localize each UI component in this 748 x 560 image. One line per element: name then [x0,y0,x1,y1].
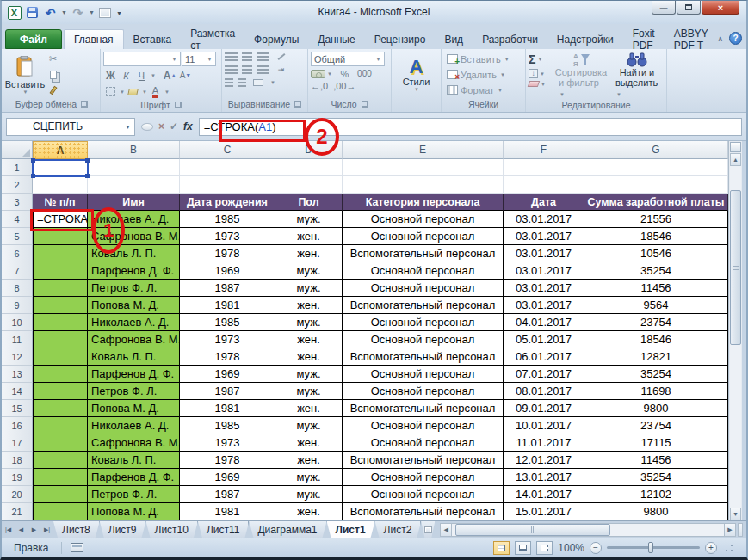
page-layout-view-icon[interactable] [515,541,531,555]
cell-D17[interactable]: жен. [275,434,343,452]
close-button[interactable]: × [702,1,739,15]
cell-G1[interactable] [584,159,728,176]
cell-G19[interactable]: 35254 [584,469,728,486]
cell-A20[interactable] [33,486,88,503]
redo-dropdown-icon[interactable]: ▼ [89,9,95,15]
cell-A2[interactable] [33,176,88,194]
last-sheet-icon[interactable]: ▶| [40,521,53,538]
sort-filter-button[interactable]: А Я Сортировка и фильтр ▼ [553,52,609,100]
cell-B5[interactable]: Сафронова В. М. [88,228,180,245]
cell-G15[interactable]: 9800 [584,400,728,417]
horizontal-scrollbar[interactable]: ◀ ▶ [440,521,746,538]
cell-D19[interactable]: муж. [275,469,343,486]
row-header-16[interactable]: 16 [2,417,33,434]
cell-C8[interactable]: 1987 [180,280,275,297]
grow-font-icon[interactable]: А▲ [163,68,177,83]
format-cells-button[interactable]: Формат▼ [447,83,522,97]
align-center-icon[interactable] [242,65,252,75]
cell-D5[interactable]: жен. [275,228,343,245]
cancel-entry-icon[interactable]: × [158,120,164,132]
shrink-font-icon[interactable]: А▼ [178,68,193,83]
cell-B1[interactable] [88,159,180,176]
excel-logo-icon[interactable]: X [7,5,22,20]
cell-B21[interactable]: Попова М. Д. [88,503,180,520]
scroll-right-icon[interactable]: ▶ [724,523,736,537]
scroll-up-icon[interactable]: ▲ [730,153,741,166]
italic-button[interactable]: К [119,68,133,83]
cell-E6[interactable]: Вспомогательный персонал [343,245,504,262]
save-icon[interactable] [25,5,40,20]
cell-B18[interactable]: Коваль Л. П. [88,452,180,469]
cell-F16[interactable]: 10.01.2017 [504,417,584,434]
column-header-B[interactable]: B [88,141,180,159]
sheet-tab[interactable]: Лист8 [53,521,100,538]
cell-C10[interactable]: 1985 [180,314,275,331]
cut-icon[interactable]: ✂ [46,52,60,66]
cell-A12[interactable] [33,348,88,366]
row-header-21[interactable]: 21 [2,503,33,520]
cell-D10[interactable]: муж. [275,314,343,331]
borders-icon[interactable] [103,84,118,99]
cell-E9[interactable]: Вспомогательный персонал [343,297,504,314]
row-header-15[interactable]: 15 [2,400,33,417]
name-box[interactable]: СЦЕПИТЬ ▼ [6,118,135,136]
underline-dropdown-icon[interactable]: ▼ [151,73,156,78]
cell-D3[interactable]: Пол [275,194,343,211]
ribbon-tab[interactable]: Формулы [244,29,308,49]
zoom-slider-thumb[interactable] [648,542,653,553]
sheet-tab[interactable]: Диаграмма1 [249,521,326,538]
cell-F12[interactable]: 06.01.2017 [504,348,584,366]
cell-B7[interactable]: Парфенов Д. Ф. [88,262,180,280]
cell-E1[interactable] [343,159,504,176]
cell-E3[interactable]: Категория персонала [343,194,504,211]
cell-A10[interactable] [33,314,88,331]
scrollbar-split-handle[interactable] [730,142,741,152]
cell-C11[interactable]: 1973 [180,331,275,348]
cell-G2[interactable] [584,176,728,194]
format-painter-icon[interactable] [46,83,60,97]
column-header-A[interactable]: A [33,141,88,159]
align-top-icon[interactable] [225,52,238,62]
cell-E2[interactable] [343,176,504,194]
cell-F19[interactable]: 13.01.2017 [504,469,584,486]
clipboard-dialog-launcher-icon[interactable] [81,101,88,108]
row-header-12[interactable]: 12 [2,348,33,366]
help-icon[interactable]: ? [729,32,742,45]
cell-C5[interactable]: 1973 [180,228,275,245]
cell-E10[interactable]: Основной персонал [343,314,504,331]
cell-E14[interactable]: Основной персонал [343,383,504,400]
row-header-3[interactable]: 3 [2,194,33,211]
fill-button[interactable]: ↓▼ [529,69,552,78]
cell-E8[interactable]: Основной персонал [343,280,504,297]
cell-B12[interactable]: Коваль Л. П. [88,348,180,366]
cell-B10[interactable]: Николаев А. Д. [88,314,180,331]
sheet-tab[interactable]: Лист11 [198,521,250,538]
row-header-6[interactable]: 6 [2,245,33,262]
cell-B2[interactable] [88,176,180,194]
horizontal-scroll-thumb[interactable] [455,524,610,536]
vertical-scrollbar[interactable]: ▲ ▼ [728,141,742,520]
paste-button[interactable]: Вставить ▼ [6,52,44,98]
cell-B8[interactable]: Петров Ф. Л. [88,280,180,297]
cell-A4[interactable]: =СТРОКА( [33,211,88,228]
cell-C3[interactable]: Дата рождения [180,194,275,211]
sheet-tab[interactable]: Лист2 [375,521,422,538]
cell-B11[interactable]: Сафронова В. М. [88,331,180,348]
row-header-13[interactable]: 13 [2,366,33,383]
qat-customize-icon[interactable]: ▼ [116,9,122,16]
cell-C14[interactable]: 1987 [180,383,275,400]
cell-G16[interactable]: 23754 [584,417,728,434]
cell-D2[interactable] [275,176,343,194]
cell-D8[interactable]: муж. [275,280,343,297]
cell-E17[interactable]: Основной персонал [343,434,504,452]
sheet-tab[interactable]: Лист1 [327,521,375,538]
cell-D16[interactable]: муж. [275,417,343,434]
cell-D6[interactable]: жен. [275,245,343,262]
cell-A13[interactable] [33,366,88,383]
cell-E7[interactable]: Основной персонал [343,262,504,280]
cell-D1[interactable] [275,159,343,176]
align-bottom-icon[interactable] [257,52,269,62]
column-header-E[interactable]: E [343,141,504,159]
ribbon-tab[interactable]: Вид [435,29,473,49]
insert-function-icon[interactable]: fx [183,120,193,132]
